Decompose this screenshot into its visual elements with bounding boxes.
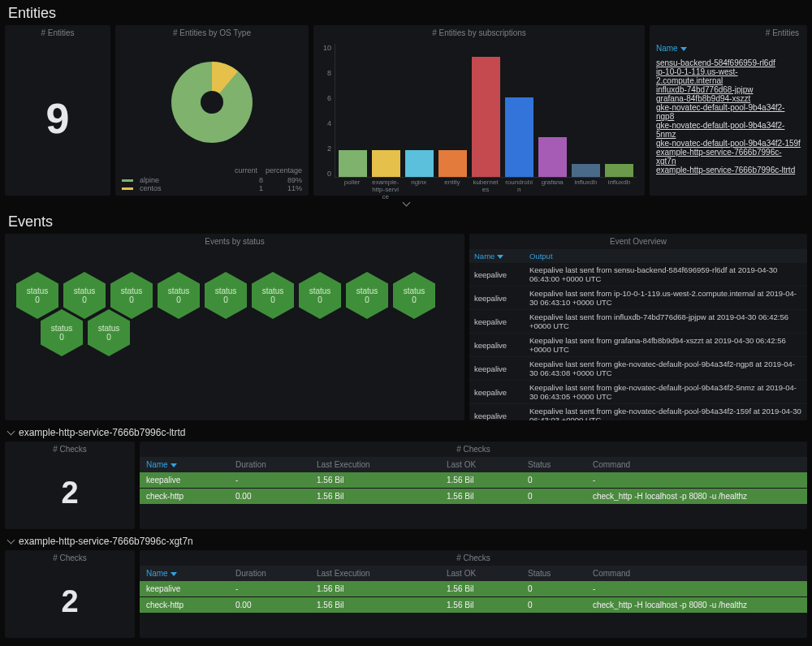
- hex-value: 0: [129, 295, 134, 304]
- bar[interactable]: [339, 150, 367, 177]
- event-output: Keepalive last sent from gke-novatec-def…: [525, 404, 807, 421]
- event-name: keepalive: [469, 381, 525, 404]
- legend-label: centos: [140, 184, 232, 192]
- sort-caret-icon: [680, 47, 687, 51]
- event-row[interactable]: keepaliveKeepalive last sent from gke-no…: [469, 357, 807, 381]
- checks-count: 2: [5, 457, 135, 529]
- col-duration[interactable]: Duration: [229, 566, 310, 581]
- bar[interactable]: [472, 57, 500, 177]
- event-row[interactable]: keepaliveKeepalive last sent from influx…: [469, 310, 807, 334]
- hex-value: 0: [59, 333, 64, 342]
- col-status[interactable]: Status: [521, 566, 586, 581]
- event-output: Keepalive last sent from influxdb-74bd77…: [525, 310, 807, 334]
- bar[interactable]: [438, 150, 467, 177]
- entity-link[interactable]: sensu-backend-584f696959-rl6df: [656, 58, 775, 67]
- col-status[interactable]: Status: [521, 457, 586, 472]
- hex-value: 0: [365, 295, 369, 304]
- panel-title: Event Overview: [469, 234, 807, 249]
- panel-title: # Entities: [650, 25, 807, 41]
- checks-table[interactable]: Name Duration Last Execution Last OK Sta…: [140, 566, 807, 614]
- event-name: keepalive: [469, 263, 525, 286]
- event-row[interactable]: keepaliveKeepalive last sent from gke-no…: [469, 381, 807, 404]
- bar[interactable]: [538, 137, 567, 177]
- chevron-down-icon: [7, 428, 15, 436]
- event-row[interactable]: keepaliveKeepalive last sent from ip-10-…: [469, 286, 807, 310]
- col-last-exec[interactable]: Last Execution: [310, 457, 440, 472]
- legend-row[interactable]: centos111%: [122, 184, 302, 192]
- col-last-ok[interactable]: Last OK: [440, 457, 521, 472]
- col-last-ok[interactable]: Last OK: [440, 566, 521, 581]
- check-row[interactable]: check-http0.001.56 Bil1.56 Bil0check_htt…: [140, 489, 807, 505]
- entity-link[interactable]: ip-10-0-1-119.us-west-2.compute.internal: [656, 67, 738, 85]
- legend-row[interactable]: alpine889%: [122, 176, 302, 184]
- event-name: keepalive: [469, 404, 525, 421]
- bar[interactable]: [605, 164, 633, 177]
- bar[interactable]: [372, 150, 400, 177]
- entity-link[interactable]: gke-novatec-default-pool-9b4a34f2-5nmz: [656, 121, 784, 139]
- hex-cell[interactable]: status0: [88, 309, 130, 356]
- entities-list-header[interactable]: Name: [656, 44, 801, 54]
- pie-chart[interactable]: [163, 54, 261, 151]
- panel-title: # Checks: [140, 550, 807, 566]
- event-row[interactable]: keepaliveKeepalive last sent from gke-no…: [469, 404, 807, 421]
- col-name[interactable]: Name: [140, 457, 229, 472]
- event-output: Keepalive last sent from gke-novatec-def…: [525, 357, 807, 381]
- col-duration[interactable]: Duration: [229, 457, 310, 472]
- panel-entities-subscriptions: # Entities by subscriptions 1086420 poll…: [313, 25, 645, 196]
- col-name[interactable]: Name: [469, 249, 525, 263]
- checks-count: 2: [5, 566, 135, 638]
- row-collapser[interactable]: example-http-service-7666b7996c-xgt7n: [0, 529, 812, 550]
- entity-link[interactable]: gke-novatec-default-pool-9b4a34f2-ngp8: [656, 103, 784, 121]
- event-name: keepalive: [469, 310, 525, 334]
- hex-cell[interactable]: status0: [41, 309, 83, 356]
- panel-entities-count: # Entities 9: [5, 25, 110, 196]
- check-section-title: example-http-service-7666b7996c-ltrtd: [19, 427, 185, 438]
- hex-value: 0: [176, 295, 181, 304]
- checks-table[interactable]: Name Duration Last Execution Last OK Sta…: [140, 457, 807, 505]
- panel-title: # Checks: [5, 441, 135, 457]
- events-table[interactable]: Name Output keepaliveKeepalive last sent…: [469, 249, 807, 420]
- bar[interactable]: [405, 150, 434, 177]
- col-command[interactable]: Command: [586, 457, 807, 472]
- bar[interactable]: [505, 97, 533, 177]
- panel-title: Events by status: [5, 234, 464, 249]
- panel-checks-table: # Checks Name Duration Last Execution La…: [140, 441, 807, 529]
- event-row[interactable]: keepaliveKeepalive last sent from grafan…: [469, 334, 807, 357]
- hex-label: status: [309, 286, 331, 295]
- event-output: Keepalive last sent from gke-novatec-def…: [525, 381, 807, 404]
- check-row[interactable]: keepalive-1.56 Bil1.56 Bil0-: [140, 581, 807, 597]
- check-row[interactable]: check-http0.001.56 Bil1.56 Bil0check_htt…: [140, 597, 807, 614]
- bar[interactable]: [572, 164, 600, 177]
- sort-caret-icon: [497, 255, 503, 259]
- hex-label: status: [262, 286, 284, 295]
- panel-event-overview: Event Overview Name Output keepaliveKeep…: [469, 234, 807, 420]
- row-collapser[interactable]: example-http-service-7666b7996c-ltrtd: [0, 420, 812, 441]
- hex-label: status: [74, 286, 96, 295]
- panel-title: # Entities by subscriptions: [313, 25, 645, 41]
- entity-link[interactable]: grafana-84fb8b9d94-xszzt: [656, 94, 750, 103]
- event-output: Keepalive last sent from ip-10-0-1-119.u…: [525, 286, 807, 310]
- event-output: Keepalive last sent from grafana-84fb8b9…: [525, 334, 807, 357]
- legend-swatch: [122, 187, 133, 190]
- panel-events-status: Events by status status0status0status0st…: [5, 234, 464, 420]
- entity-link[interactable]: gke-novatec-default-pool-9b4a34f2-159f: [656, 139, 801, 148]
- bar-label: roundrobin: [505, 179, 533, 200]
- panel-entities-list: # Entities Name sensu-backend-584f696959…: [650, 25, 807, 196]
- legend-label: alpine: [140, 176, 232, 184]
- sort-caret-icon: [171, 572, 177, 576]
- event-row[interactable]: keepaliveKeepalive last sent from sensu-…: [469, 263, 807, 286]
- panel-title: # Checks: [5, 550, 135, 566]
- bar-label: grafana: [538, 179, 567, 200]
- entity-link[interactable]: influxdb-74bd776d68-jpjpw: [656, 85, 754, 94]
- panel-title: # Entities: [5, 25, 110, 41]
- check-row[interactable]: keepalive-1.56 Bil1.56 Bil0-: [140, 472, 807, 489]
- bar-chart[interactable]: 1086420 pollerexample-http-servicenginxe…: [313, 41, 645, 196]
- hexbin[interactable]: status0status0status0status0status0statu…: [5, 249, 464, 379]
- col-name[interactable]: Name: [140, 566, 229, 581]
- col-output[interactable]: Output: [525, 249, 807, 263]
- entity-link[interactable]: example-http-service-7666b7996c-ltrtd: [656, 166, 795, 174]
- col-last-exec[interactable]: Last Execution: [310, 566, 440, 581]
- bar-label: kubernetes: [471, 179, 499, 200]
- entity-link[interactable]: example-http-service-7666b7996c-xgt7n: [656, 148, 782, 166]
- col-command[interactable]: Command: [586, 566, 807, 581]
